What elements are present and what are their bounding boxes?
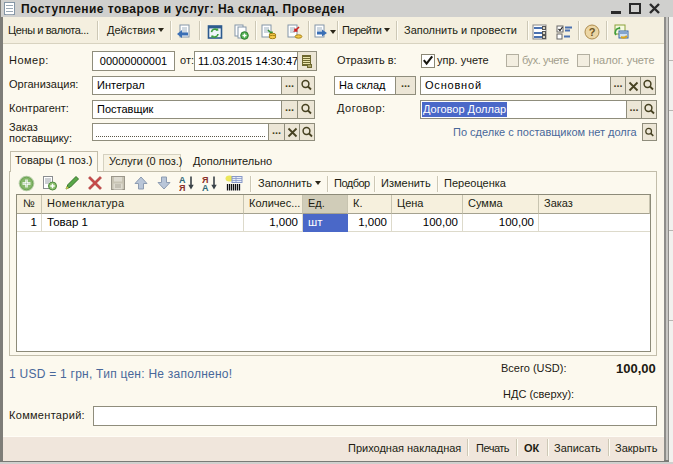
svg-text:Я: Я bbox=[179, 183, 185, 192]
svg-text:?: ? bbox=[589, 26, 596, 38]
svg-text:А: А bbox=[202, 183, 209, 192]
